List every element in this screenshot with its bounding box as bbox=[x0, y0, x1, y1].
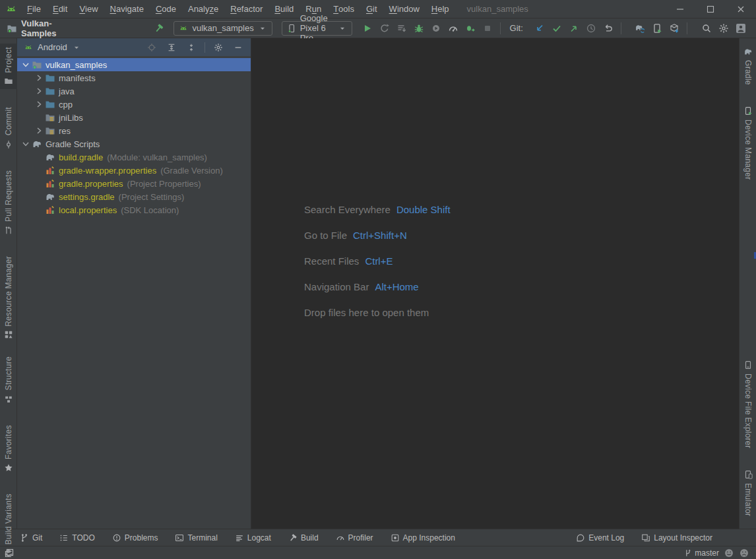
expand-all-button[interactable] bbox=[163, 40, 180, 55]
toolwindow-button-event-log[interactable]: Event Log bbox=[576, 533, 624, 543]
pull-requests-icon bbox=[4, 226, 13, 235]
git-push-button[interactable] bbox=[565, 20, 583, 36]
run-configuration-select[interactable]: vulkan_samples bbox=[173, 21, 272, 36]
tree-row-settings-gradle[interactable]: settings.gradle(Project Settings) bbox=[17, 190, 251, 203]
rerun-button[interactable] bbox=[376, 20, 393, 36]
project-view-selector[interactable]: Android bbox=[38, 42, 67, 52]
attach-debugger-button[interactable] bbox=[427, 20, 445, 36]
rerun-icon bbox=[379, 23, 390, 34]
build-project-button[interactable] bbox=[154, 20, 164, 36]
minimize-button[interactable] bbox=[665, 0, 695, 18]
history-button[interactable] bbox=[583, 20, 600, 36]
menu-edit[interactable]: Edit bbox=[47, 0, 73, 18]
device-select[interactable]: Google Pixel 6 Pro bbox=[282, 21, 352, 36]
close-button[interactable] bbox=[726, 0, 756, 18]
git-update-button[interactable] bbox=[531, 20, 548, 36]
sdk-manager-button[interactable] bbox=[666, 20, 683, 36]
stop-button[interactable] bbox=[479, 20, 496, 36]
chevron-right-icon[interactable] bbox=[33, 73, 45, 83]
happy-feedback-icon[interactable] bbox=[724, 548, 734, 558]
tool-button-label: Commit bbox=[4, 107, 13, 135]
toolwindow-button-terminal[interactable]: Terminal bbox=[175, 533, 217, 543]
apply-code-changes-button[interactable] bbox=[462, 20, 479, 36]
menu-git[interactable]: Git bbox=[360, 0, 383, 18]
tree-row-java[interactable]: java bbox=[17, 84, 251, 98]
settings-button[interactable] bbox=[715, 20, 732, 36]
device-manager-button[interactable] bbox=[648, 20, 666, 36]
settings-button[interactable] bbox=[210, 40, 227, 55]
menu-code[interactable]: Code bbox=[150, 0, 182, 18]
toolwindow-button-git[interactable]: Git bbox=[20, 533, 42, 543]
tool-button-structure[interactable]: Structure bbox=[0, 353, 17, 407]
tool-button-commit[interactable]: Commit bbox=[0, 104, 17, 152]
menu-refactor[interactable]: Refactor bbox=[224, 0, 268, 18]
profiler-icon bbox=[336, 533, 345, 543]
toolwindow-button-app-inspection[interactable]: App Inspection bbox=[391, 533, 455, 543]
tool-button-pull-requests[interactable]: Pull Requests bbox=[0, 167, 17, 238]
tool-window-bar-right: Event LogLayout Inspector bbox=[576, 533, 712, 543]
tool-button-emulator[interactable]: Emulator bbox=[740, 467, 756, 519]
profile-button[interactable] bbox=[445, 20, 462, 36]
sad-feedback-icon[interactable] bbox=[739, 548, 749, 558]
gradle-sync-button[interactable] bbox=[631, 20, 648, 36]
search-button[interactable] bbox=[698, 20, 715, 36]
chevron-down-icon[interactable] bbox=[20, 59, 32, 70]
apply-changes-button[interactable] bbox=[393, 20, 410, 36]
maximize-button[interactable] bbox=[695, 0, 726, 18]
tool-button-favorites[interactable]: Favorites bbox=[0, 422, 17, 476]
stop-icon bbox=[482, 23, 493, 34]
toolwindow-button-logcat[interactable]: Logcat bbox=[235, 533, 271, 543]
tree-row-jnilibs[interactable]: jniLibs bbox=[17, 111, 251, 124]
git-commit-button[interactable] bbox=[548, 20, 565, 36]
tree-row-gradle-scripts[interactable]: Gradle Scripts bbox=[17, 137, 251, 150]
toolwindow-button-profiler[interactable]: Profiler bbox=[336, 533, 373, 543]
tree-row-gradle-properties[interactable]: gradle.properties(Project Properties) bbox=[17, 177, 251, 190]
tree-row-local-properties[interactable]: local.properties(SDK Location) bbox=[17, 203, 251, 216]
maximize-icon bbox=[705, 4, 716, 15]
tree-row-vulkan-samples[interactable]: vulkan_samples bbox=[17, 58, 251, 71]
locate-button[interactable] bbox=[143, 40, 160, 55]
tool-button-gradle[interactable]: Gradle bbox=[740, 44, 756, 88]
toolwindow-button-build[interactable]: Build bbox=[288, 533, 319, 543]
chevron-down-icon[interactable] bbox=[72, 43, 81, 52]
toolwindow-button-problems[interactable]: Problems bbox=[112, 533, 158, 543]
tool-button-resource-manager[interactable]: Resource Manager bbox=[0, 253, 17, 343]
tree-label: gradle.properties bbox=[59, 179, 123, 189]
chevron-down-icon[interactable] bbox=[20, 139, 32, 149]
profile-avatar-button[interactable] bbox=[732, 20, 749, 36]
tree-row-gradle-wrapper-properties[interactable]: gradle-wrapper.properties(Gradle Version… bbox=[17, 164, 251, 177]
structure-icon bbox=[4, 395, 13, 404]
menu-file[interactable]: File bbox=[21, 0, 47, 18]
project-chip[interactable]: Vulkan-Samples bbox=[7, 18, 56, 38]
tool-button-label: Resource Manager bbox=[4, 256, 13, 327]
collapse-all-button[interactable] bbox=[183, 40, 200, 55]
tool-button-device-manager[interactable]: Device Manager bbox=[740, 103, 756, 183]
menu-navigate[interactable]: Navigate bbox=[104, 0, 150, 18]
debug-button[interactable] bbox=[410, 20, 427, 36]
tree-label: res bbox=[59, 126, 71, 136]
menu-build[interactable]: Build bbox=[268, 0, 299, 18]
menu-view[interactable]: View bbox=[73, 0, 104, 18]
menu-help[interactable]: Help bbox=[425, 0, 455, 18]
hide-button[interactable] bbox=[230, 40, 247, 55]
rollback-button[interactable] bbox=[600, 20, 617, 36]
chevron-right-icon[interactable] bbox=[33, 125, 45, 136]
chevron-right-icon[interactable] bbox=[33, 86, 45, 96]
tool-button-project[interactable]: Project bbox=[0, 44, 17, 89]
profile-icon bbox=[448, 23, 458, 34]
tool-button-device-file-explorer[interactable]: Device File Explorer bbox=[740, 357, 756, 451]
tree-row-cpp[interactable]: cpp bbox=[17, 98, 251, 111]
menu-window[interactable]: Window bbox=[383, 0, 425, 18]
toolwindow-button-layout-inspector[interactable]: Layout Inspector bbox=[641, 533, 712, 543]
menu-analyze[interactable]: Analyze bbox=[182, 0, 224, 18]
toolbar-divider bbox=[500, 22, 501, 34]
git-branch-widget[interactable]: master bbox=[683, 548, 719, 558]
tree-row-res[interactable]: res bbox=[17, 124, 251, 137]
tree-row-manifests[interactable]: manifests bbox=[17, 71, 251, 84]
toolwindow-toggle-icon[interactable] bbox=[4, 548, 15, 558]
shortcut-hint: Recent FilesCtrl+E bbox=[304, 248, 451, 274]
tree-row-build-gradle[interactable]: build.gradle(Module: vulkan_samples) bbox=[17, 150, 251, 164]
chevron-right-icon[interactable] bbox=[33, 99, 45, 110]
toolwindow-button-todo[interactable]: TODO bbox=[59, 533, 94, 543]
run-button[interactable] bbox=[359, 20, 376, 36]
